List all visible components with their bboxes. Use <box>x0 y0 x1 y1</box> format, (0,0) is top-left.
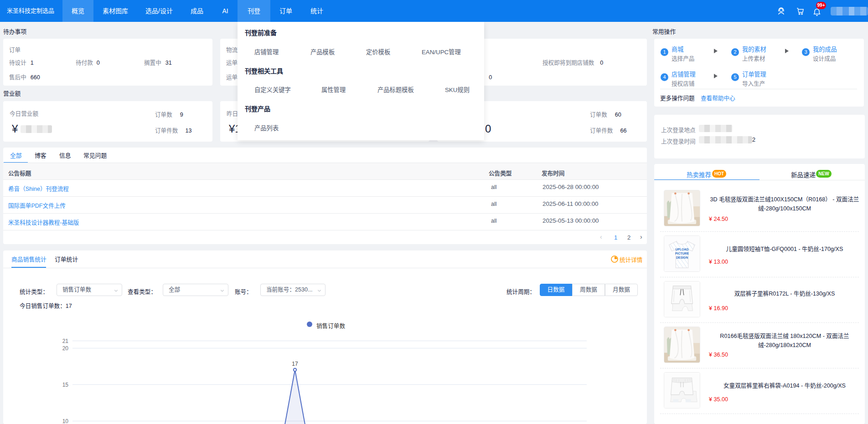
svg-text:10: 10 <box>62 418 69 424</box>
svg-text:DESIGN: DESIGN <box>676 256 688 259</box>
svg-text:17: 17 <box>292 361 298 367</box>
svg-text:15: 15 <box>62 382 69 388</box>
svg-text:UPLOAD: UPLOAD <box>676 248 689 251</box>
svg-text:PICTURE: PICTURE <box>675 252 689 255</box>
svg-text:21: 21 <box>62 338 69 344</box>
svg-text:20: 20 <box>62 345 69 352</box>
